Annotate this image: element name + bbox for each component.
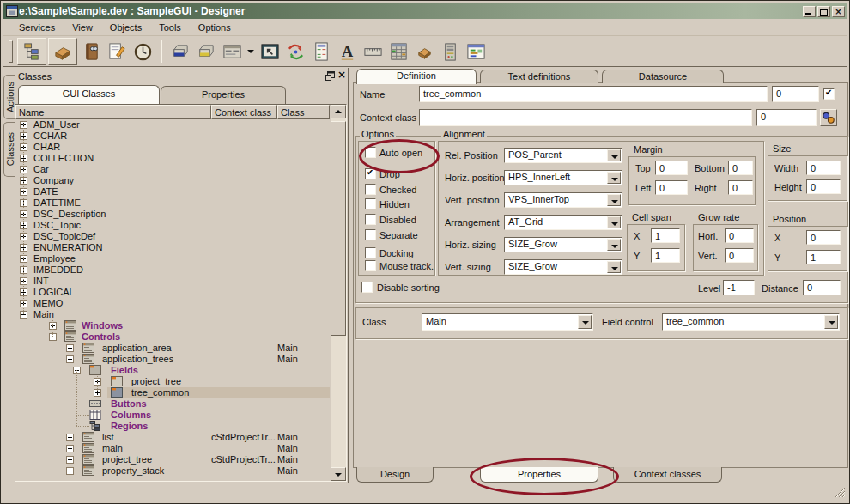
context-class-lookup-button[interactable] [820,109,837,126]
tree-node-application_area[interactable]: application_areaMain [15,343,330,354]
tree-node-employee[interactable]: Employee [15,253,330,264]
margin-top-input[interactable]: 0 [655,161,688,175]
tree-node-imbedded[interactable]: IMBEDDED [15,264,330,276]
report-button[interactable] [309,39,333,64]
column-header-class[interactable]: Class [277,105,330,119]
tree-node-property_stack[interactable]: property_stackMain [15,465,330,477]
level-input[interactable]: -1 [723,280,755,295]
name-checkbox[interactable] [823,88,835,100]
side-tab-classes[interactable]: Classes [3,122,15,177]
tree-node-cchar[interactable]: CCHAR [15,131,330,142]
tree-node-adm_user[interactable]: ADM_User [15,119,330,131]
disabled-checkbox[interactable] [365,214,376,225]
toolbar-grip[interactable] [9,40,13,63]
tree-node-enumeration[interactable]: ENUMERATION [15,242,330,253]
grow-rate-hori-input[interactable]: 0 [725,228,754,243]
menu-objects[interactable]: Objects [101,21,150,35]
disable-sorting-checkbox[interactable] [361,282,373,293]
tree-node-collection[interactable]: COLLECTION [15,153,330,164]
chevron-down-icon[interactable] [824,315,838,329]
chevron-down-icon[interactable] [607,194,621,206]
eraser-button[interactable] [48,38,77,65]
menu-tools[interactable]: Tools [150,21,190,35]
window-arrow-button[interactable] [258,39,282,64]
side-tab-actions[interactable]: Actions [3,75,15,119]
tree-node-dsc_description[interactable]: DSC_Description [15,209,330,220]
docking-checkbox[interactable] [365,247,376,258]
field-control-dropdown[interactable]: tree_common [662,313,840,331]
clock-button[interactable] [131,39,155,64]
font-button[interactable]: A [335,39,359,64]
tree-node-car[interactable]: Car [15,164,330,175]
checked-checkbox[interactable] [365,184,376,195]
grow-rate-vert-input[interactable]: 0 [725,248,754,263]
menu-services[interactable]: Services [10,21,64,35]
column-header-name[interactable]: Name [15,105,211,119]
form-window-button[interactable] [220,39,244,64]
chevron-down-icon[interactable] [607,216,621,228]
left-tab-gui-classes[interactable]: GUI Classes [18,85,160,104]
tree-node-logical[interactable]: LOGICAL [15,287,330,298]
tree-node-controls[interactable]: Controls [15,331,330,343]
tree-node-project_tree[interactable]: project_tree [15,376,330,387]
window-colored-button[interactable] [464,39,488,64]
tree-node-char[interactable]: CHAR [15,142,330,153]
drop-checkbox[interactable] [365,168,376,179]
scroll-up-button[interactable] [331,105,346,118]
tab-design[interactable]: Design [356,467,434,483]
server-button[interactable] [438,39,462,64]
tree-node-date[interactable]: DATE [15,186,330,197]
position-x-input[interactable]: 0 [806,230,841,245]
drive-yellow-button[interactable] [194,39,218,64]
margin-left-input[interactable]: 0 [655,180,688,195]
tree-node-tree_common[interactable]: tree_common [15,387,330,398]
maximize-button[interactable] [817,6,830,17]
tree-node-buttons[interactable]: Buttons [15,398,330,410]
context-class-input[interactable] [419,109,752,126]
tree-node-dsc_topic[interactable]: DSC_Topic [15,220,330,231]
cell-span-y-input[interactable]: 1 [651,248,680,263]
tab-text-definitions[interactable]: Text definitions [480,70,598,83]
minimize-button[interactable] [803,6,816,17]
margin-bottom-input[interactable]: 0 [728,161,753,175]
name-input[interactable]: tree_common [419,86,768,102]
class-hierarchy-button[interactable] [17,38,46,65]
ruler-button[interactable] [361,39,385,64]
scrollbar-thumb[interactable] [331,121,346,336]
tree-node-datetime[interactable]: DATETIME [15,197,330,209]
tree-node-company[interactable]: Company [15,175,330,186]
tab-context-classes[interactable]: Context classes [613,467,722,483]
chevron-down-icon[interactable] [607,239,621,251]
tree-node-main[interactable]: Main [15,309,330,320]
separate-checkbox[interactable] [365,229,376,240]
chevron-down-icon[interactable] [578,315,592,329]
distance-input[interactable]: 0 [803,280,841,295]
size-height-input[interactable]: 0 [806,179,841,194]
horiz-position-dropdown[interactable]: HPS_InnerLeft [504,170,622,185]
mouse-track-checkbox[interactable] [365,260,376,271]
menu-options[interactable]: Options [190,21,240,35]
chevron-down-icon[interactable] [607,261,621,273]
tree-node-list[interactable]: listcStdProjectTr...Main [15,432,330,443]
scroll-down-button[interactable] [331,467,346,481]
tree-node-fields[interactable]: Fields [15,365,330,376]
tree-node-main[interactable]: mainMain [15,443,330,454]
tab-datasource[interactable]: Datasource [602,70,724,83]
tree-node-int[interactable]: INT [15,276,330,287]
vert-sizing-dropdown[interactable]: SIZE_Grow [504,259,622,275]
table-button[interactable] [386,39,410,64]
margin-right-input[interactable]: 0 [728,180,753,195]
float-panel-icon[interactable] [325,71,335,81]
auto-open-checkbox[interactable] [365,147,376,158]
colored-arrows-button[interactable] [283,39,307,64]
arrangement-dropdown[interactable]: AT_Grid [504,215,622,230]
position-y-input[interactable]: 1 [806,250,841,264]
resize-grip[interactable] [832,484,846,498]
eraser-small-button[interactable] [412,39,436,64]
tab-definition[interactable]: Definition [356,69,477,84]
tree-node-regions[interactable]: Regions [15,421,330,432]
book-button[interactable] [79,39,103,64]
context-class-number-input[interactable]: 0 [756,109,817,126]
tree-scrollbar[interactable] [331,105,346,481]
tree-node-memo[interactable]: MEMO [15,298,330,309]
